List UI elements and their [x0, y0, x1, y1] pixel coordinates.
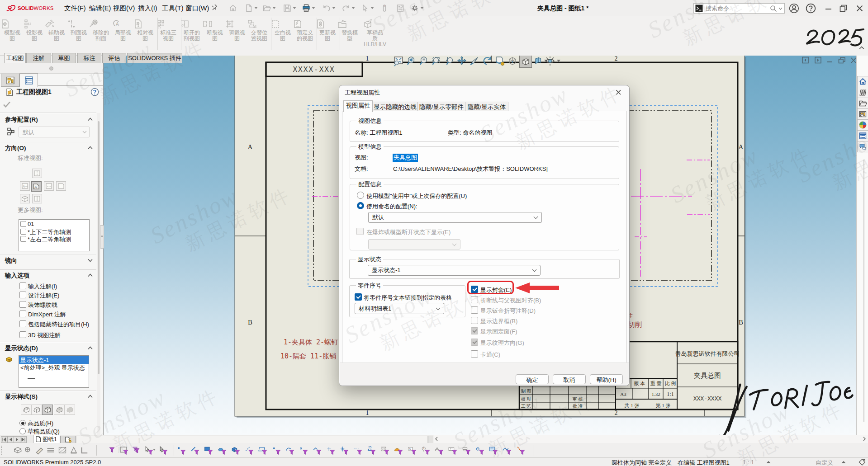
filter-vertex-icon[interactable]: [176, 446, 185, 455]
sheet-format-icon[interactable]: [494, 56, 506, 67]
view-palette-icon[interactable]: [857, 108, 868, 120]
right-view-icon[interactable]: [44, 181, 54, 191]
options-gear-icon[interactable]: [410, 4, 419, 13]
import-option-checkbox[interactable]: [19, 282, 26, 289]
filter-toggle-icon[interactable]: [107, 446, 116, 455]
chevron-up-icon[interactable]: [87, 395, 93, 398]
cancel-button[interactable]: 取消: [553, 374, 586, 384]
prev-sheet-icon[interactable]: [7, 436, 14, 443]
graphics-hscrollbar[interactable]: [433, 435, 868, 443]
zoom-area-icon[interactable]: [431, 56, 442, 67]
filter-solid-icon[interactable]: [231, 446, 240, 455]
more-view-item[interactable]: 01: [20, 221, 88, 228]
import-option-checkbox[interactable]: [19, 320, 26, 327]
filter-dowel-icon[interactable]: [475, 446, 484, 455]
add-sheet-icon[interactable]: [60, 436, 76, 443]
dropdown-caret-icon[interactable]: [312, 7, 315, 9]
collapse-ribbon-icon[interactable]: [859, 46, 865, 50]
datum-flag-icon[interactable]: [69, 446, 78, 455]
pan-icon[interactable]: [456, 56, 468, 67]
units-caret-icon[interactable]: [841, 461, 846, 463]
restore-icon[interactable]: [838, 56, 846, 64]
link-balloon-checkbox[interactable]: [355, 293, 362, 301]
chevron-up-icon[interactable]: [87, 346, 93, 350]
first-sheet-icon[interactable]: [1, 436, 8, 443]
filter-point-icon[interactable]: [271, 446, 280, 455]
sheet-tab-active[interactable]: 图纸1: [33, 435, 60, 443]
more-view-item[interactable]: *左右二等角轴测: [20, 235, 88, 243]
display-state-item-line[interactable]: [28, 378, 35, 379]
zoom-sheet-icon[interactable]: [405, 56, 417, 67]
tab-sketch[interactable]: 草图: [52, 53, 76, 63]
sheet-scale[interactable]: 1 : 1: [743, 459, 754, 466]
view-orientation-icon[interactable]: [519, 56, 532, 68]
filter-stack-icon[interactable]: [132, 446, 141, 455]
front-view-icon[interactable]: A: [31, 181, 42, 192]
ok-button[interactable]: 确定: [516, 374, 549, 384]
tab-markup[interactable]: 标注: [77, 53, 101, 63]
file-explorer-icon[interactable]: [857, 98, 868, 109]
account-icon[interactable]: [789, 3, 799, 14]
filter-edge-icon[interactable]: [190, 446, 199, 455]
filter-centermark-icon[interactable]: [339, 446, 348, 455]
note-stack-icon[interactable]: [13, 446, 22, 455]
help-circle-icon[interactable]: [90, 88, 99, 96]
new-document-icon[interactable]: [244, 4, 253, 13]
import-option-checkbox[interactable]: [19, 331, 26, 338]
filter-gtol-icon[interactable]: [448, 446, 457, 455]
forum-icon[interactable]: [857, 141, 868, 152]
undo-icon[interactable]: [322, 4, 331, 13]
lines-icon[interactable]: [46, 446, 55, 455]
zoom-selection-icon[interactable]: [418, 56, 430, 67]
trim-icon[interactable]: [469, 56, 480, 67]
ribbon-standard-3view-button[interactable]: 标准三视图: [155, 18, 181, 42]
option-checkbox-7[interactable]: [471, 350, 478, 358]
collapse-right-icon[interactable]: [814, 56, 823, 64]
ribbon-alternate-position-view-button[interactable]: 交替位置视图: [246, 18, 272, 42]
home-icon[interactable]: [228, 4, 237, 13]
featuremanager-tab-icon[interactable]: [1, 74, 19, 87]
import-option-checkbox[interactable]: [19, 301, 26, 308]
filter-axis-icon[interactable]: [244, 446, 253, 455]
scale-caret-icon[interactable]: [766, 461, 771, 463]
view-checkbox[interactable]: [20, 229, 26, 235]
option-checkbox-3[interactable]: [471, 306, 478, 314]
filter-sketchseg-icon[interactable]: [312, 446, 321, 455]
filter-note-icon[interactable]: A: [407, 446, 416, 455]
view-checkbox[interactable]: [20, 236, 26, 242]
filter-face-icon[interactable]: [204, 446, 213, 455]
display-style-icon[interactable]: [532, 56, 544, 67]
restore-icon[interactable]: [838, 3, 849, 14]
home-icon[interactable]: [857, 76, 868, 87]
filter-surface2-icon[interactable]: [394, 446, 403, 455]
filter-frame-icon[interactable]: [119, 446, 128, 455]
mirror-header[interactable]: 镜向: [5, 257, 101, 265]
menu-window[interactable]: 窗口(W): [181, 0, 213, 16]
filter-block-icon[interactable]: [489, 446, 498, 455]
tag-icon[interactable]: [858, 458, 866, 466]
close-icon[interactable]: [614, 88, 622, 96]
drawing-3d-view-icon[interactable]: [507, 56, 518, 67]
hidden-lines-removed-icon[interactable]: [42, 405, 53, 415]
option-checkbox-4[interactable]: [471, 317, 478, 324]
chevron-up-icon[interactable]: [87, 118, 93, 121]
chevron-up-icon[interactable]: [87, 146, 93, 150]
import-option-checkbox[interactable]: [19, 311, 26, 317]
filter-sketchpoint-icon[interactable]: [299, 446, 308, 455]
tab-addins[interactable]: SOLIDWORKS 插件: [127, 53, 182, 63]
filter-cursor2-icon[interactable]: [158, 446, 167, 455]
zoom-fit-icon[interactable]: [393, 56, 404, 67]
quality-radio[interactable]: [19, 428, 26, 434]
model-view-value[interactable]: 夹具总图: [393, 154, 418, 162]
display-state-item-selected[interactable]: 显示状态-1: [19, 356, 89, 364]
dialog-tab-1[interactable]: 视图属性: [343, 100, 373, 112]
appearances-icon[interactable]: [857, 119, 868, 131]
ribbon-replace-model-button[interactable]: 替换模型: [337, 18, 363, 42]
dropdown-caret-icon[interactable]: [332, 7, 336, 9]
dropdown-caret-icon[interactable]: [420, 7, 424, 9]
dropdown-caret-icon[interactable]: [557, 60, 560, 62]
filter-plane-icon[interactable]: [258, 446, 267, 455]
dropdown-caret-icon[interactable]: [272, 7, 276, 9]
file-properties-icon[interactable]: [396, 4, 405, 13]
shaded-icon[interactable]: [64, 405, 75, 415]
